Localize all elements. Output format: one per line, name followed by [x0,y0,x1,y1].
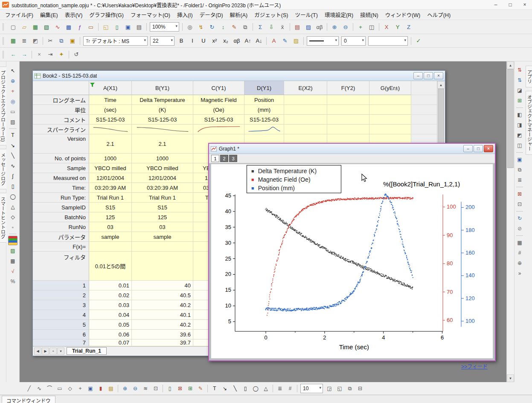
border-style-combo[interactable] [368,36,408,46]
menu-item[interactable]: ガジェット(S) [251,10,291,20]
chart-legend[interactable]: ■ Delta Temperature (K) ■ Magnetic Field… [247,165,341,193]
format-painter-icon[interactable]: ✎ [229,22,239,32]
corner-header[interactable] [33,81,89,95]
menu-item[interactable]: ヘルプ(H) [424,10,454,20]
new-workbook-icon[interactable]: ▦ [30,22,41,32]
row-label[interactable]: 単位 [33,105,89,115]
greek-symbols-icon[interactable]: αβ [314,22,325,32]
align-right-icon[interactable]: ◨ [515,120,524,130]
diamond-style-icon[interactable]: ◇ [65,384,75,393]
graph-restore-button[interactable]: □ [474,145,483,152]
scroll-up-icon[interactable]: ▲ [507,61,514,69]
workbook-cell[interactable]: 40.5 [132,290,193,300]
greek-icon[interactable]: αβ [232,36,242,46]
line-width-combo[interactable]: 0 [341,36,366,46]
row-label[interactable]: BatchNo [33,212,89,222]
workbook-cell[interactable]: 1000 [132,154,193,163]
row-label[interactable]: Run Type: [33,193,89,203]
add-rect-icon[interactable]: ▯ [241,384,250,393]
mask-selector-icon[interactable]: ▧ [8,117,17,127]
send-back-icon[interactable]: ◱ [335,384,344,393]
copy-icon[interactable]: ⧉ [56,36,67,46]
workbook-cell[interactable]: 40 [132,281,193,290]
row-label[interactable]: No. of points [33,154,89,163]
workbook-cell[interactable] [327,115,369,125]
reorder-down-icon[interactable]: ⇅ [515,75,524,85]
row-label[interactable]: Sample [33,163,89,173]
arrow-tool-icon[interactable]: ↘ [8,141,17,150]
rectangle-tool-icon[interactable]: ▯ [8,182,17,191]
workbook-cell[interactable] [284,115,327,125]
workbook-cell[interactable]: 2.1 [132,134,193,154]
menu-item[interactable]: ファイル(F) [2,10,37,20]
workbook-cell[interactable]: YBCO milled [132,163,193,173]
workbook-cell[interactable]: S15 [132,203,193,212]
pan-tool-icon[interactable]: ≋ [141,384,150,393]
row-label[interactable]: ロングネーム [33,95,89,105]
clear-mark-icon[interactable]: ⊡ [515,200,524,209]
menu-item[interactable]: 挿入(I) [174,10,196,20]
row-label[interactable]: パラメータ [33,232,89,242]
workbook-cell[interactable]: S15-125-03 [132,115,193,125]
workbook-cell[interactable] [369,95,411,105]
update-icon[interactable]: ↻ [515,214,524,223]
line-draw-icon[interactable]: ╱ [24,384,34,393]
workbook-cell[interactable]: 12/01/2004 [132,173,193,183]
workbook-cell[interactable]: (Oe) [193,105,244,115]
workbook-cell[interactable] [369,125,411,134]
add-layer-icon[interactable]: ⊞ [515,96,524,105]
new-legend-icon[interactable]: ≣ [275,384,285,393]
workbook-cell[interactable] [327,105,369,115]
menu-item[interactable]: データ(D) [196,10,227,20]
new-excel-icon[interactable]: ▧ [41,22,52,32]
menu-item[interactable]: ツール(T) [291,10,321,20]
group-objects-icon[interactable]: ⧉ [515,165,524,174]
new-project-icon[interactable]: ▢ [8,22,18,32]
workbook-cell[interactable]: Trial Run 1 [132,193,193,203]
workbook-cell[interactable]: S15-125-03 [89,115,132,125]
workbook-cell[interactable]: S15-125-03 [244,115,284,125]
diamond-tool-icon[interactable]: ◇ [8,212,17,222]
graph-layer-tab[interactable]: 1 [211,155,219,162]
row-label[interactable]: 6 [33,330,89,339]
workbook-cell[interactable] [244,125,284,134]
add-column-icon[interactable]: + [355,22,366,32]
command-window-tab[interactable]: コマンドウィンドウ [2,396,55,403]
zoom-out-tool-icon[interactable]: ⊖ [131,384,140,393]
row-label[interactable]: 2 [33,290,89,300]
column-header[interactable]: D(Y1) [244,81,284,95]
workbook-cell[interactable] [369,105,411,115]
workbook-cell[interactable]: 40.2 [132,300,193,310]
dock-icon[interactable]: ⇥ [45,49,55,60]
workbook-cell[interactable] [89,125,132,134]
workbook-cell[interactable] [284,125,327,134]
graph-layer-tab[interactable]: 2 [220,155,228,162]
workbook-cell[interactable]: Delta Temperature [132,95,193,105]
arc-icon[interactable]: ⌒ [45,384,54,393]
plot-setup-icon[interactable]: ▤ [292,22,302,32]
panel-tab[interactable]: メッセージログ [0,149,7,189]
data-reader-icon[interactable]: ◎ [8,97,17,106]
workbook-cell[interactable]: YBCO milled [89,163,132,173]
add-polygon-icon[interactable]: △ [261,384,270,393]
bring-front-icon[interactable]: ◲ [325,384,334,393]
print-icon[interactable]: ▤ [134,22,144,32]
add-circle-icon[interactable]: ◯ [251,384,260,393]
workbook-cell[interactable]: 03:20:39 AM [89,183,132,193]
graph-page[interactable]: 510152025303540450246Time (sec)607080901… [211,164,493,359]
workbook-cell[interactable] [132,242,193,252]
workbook-cell[interactable]: (mm) [244,105,284,115]
workbook-cell[interactable]: 40.2 [132,320,193,330]
close-window-icon[interactable]: × [34,49,44,60]
graph-titlebar[interactable]: Graph1 * – □ × [209,144,495,154]
rect-style-icon[interactable]: ▭ [55,384,64,393]
workbook-cell[interactable]: 0.02 [89,290,132,300]
sheet-nav-button[interactable]: + [49,348,57,355]
close-button[interactable]: × [517,0,532,9]
polyline-tool-icon[interactable]: ∿ [8,161,17,171]
workbook-cell[interactable] [284,95,327,105]
workbook-cell[interactable]: 0.03 [89,300,132,310]
workbook-cell[interactable] [89,242,132,252]
menu-item[interactable]: 接続(N) [357,10,381,20]
text-tool-icon[interactable]: T [8,130,17,140]
